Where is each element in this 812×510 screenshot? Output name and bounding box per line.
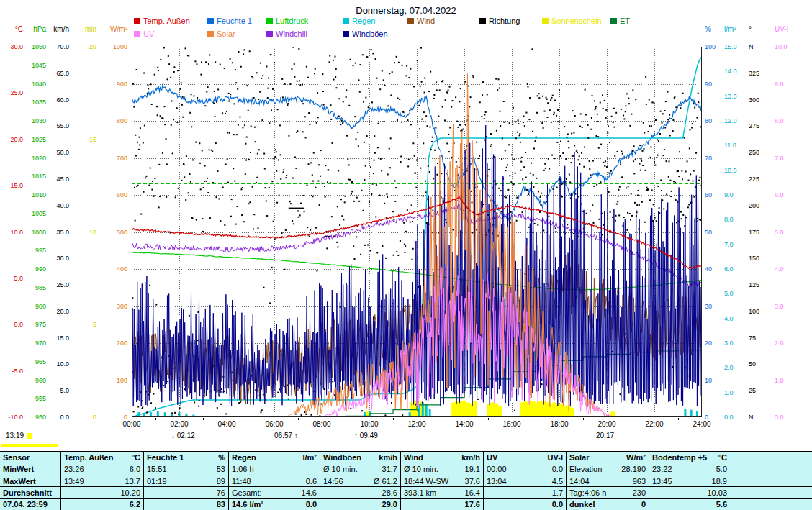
table-cell-left: 14.6 l/m² bbox=[232, 500, 263, 509]
page-title: Donnerstag, 07.04.2022 bbox=[0, 5, 812, 16]
axis-unit-sunshine-axis: min bbox=[76, 26, 96, 33]
rain-axis-tick: 0.0 bbox=[724, 414, 746, 421]
humidity-axis-tick: 20 bbox=[705, 340, 722, 347]
axis-unit-humidity-axis: % bbox=[705, 26, 722, 33]
table-cell-content: 0.0 bbox=[487, 500, 563, 509]
legend-label: Richtung bbox=[489, 17, 520, 25]
table-cell-left: Elevation bbox=[569, 465, 602, 473]
table-cell-value: km/h bbox=[461, 453, 480, 462]
table-cell: 1:06 h bbox=[229, 463, 320, 474]
legend-item-solar: Solar bbox=[207, 30, 235, 38]
table-cell: 17.6 bbox=[401, 499, 484, 510]
table-cell-content: Windböenkm/h bbox=[323, 453, 397, 462]
windspeed-axis-tick: 0.0 bbox=[49, 414, 69, 421]
table-cell-content: Temp. Außen°C bbox=[64, 453, 140, 462]
solar-axis-tick: 700 bbox=[101, 155, 127, 162]
table-row-durchschnitt: Durchschnitt10.2076Gesamt:14.628.6393.1 … bbox=[0, 487, 812, 498]
rain-axis-tick: 1.0 bbox=[724, 390, 746, 396]
table-cell: Bodentemp +5°C bbox=[649, 452, 812, 463]
axis-unit-solar-axis: W/m² bbox=[101, 26, 127, 33]
windspeed-axis-tick: 30.0 bbox=[49, 255, 69, 262]
rain-axis-tick: 15.0 bbox=[724, 44, 746, 50]
table-cell-content: 5.6 bbox=[652, 500, 727, 509]
legend-item-windb-en: Windböen bbox=[343, 30, 388, 38]
legend-label: Sonnenschein bbox=[551, 17, 602, 25]
temp-axis-tick: 0.0 bbox=[1, 322, 23, 328]
table-cell-value: 17.6 bbox=[465, 500, 480, 509]
x-axis-label: 08:00 bbox=[312, 420, 330, 428]
pressure-axis-tick: 965 bbox=[26, 359, 46, 365]
table-cell: 0.0 bbox=[484, 499, 567, 510]
table-cell-content: 17.6 bbox=[404, 500, 480, 509]
table-cell: SolarW/m² bbox=[567, 452, 649, 463]
sunshine-axis-tick: 5 bbox=[76, 322, 96, 328]
table-cell-left: Solar bbox=[569, 453, 590, 462]
table-cell: 29.0 bbox=[320, 499, 401, 510]
humidity-axis-tick: 50 bbox=[705, 229, 722, 236]
windspeed-axis-tick: 15.0 bbox=[49, 335, 69, 342]
table-cell-content: 15:5153 bbox=[147, 465, 225, 473]
table-cell-content: 00:000.0 bbox=[487, 465, 563, 473]
table-cell-content: SolarW/m² bbox=[569, 453, 646, 462]
table-cell-value: 0.6 bbox=[306, 477, 317, 486]
pressure-axis-tick: 1020 bbox=[26, 155, 46, 162]
table-row-sensor: SensorTemp. Außen°CFeuchte 1%Regenl/m²Wi… bbox=[0, 452, 812, 463]
table-cell-left: 13:45 bbox=[652, 477, 672, 486]
table-cell-left: 1:06 h bbox=[232, 465, 254, 473]
legend-label: Windchill bbox=[276, 30, 307, 38]
solar-axis-tick: 400 bbox=[101, 266, 127, 273]
table-cell-value: 0 bbox=[641, 500, 646, 509]
humidity-axis-tick: 90 bbox=[705, 81, 722, 88]
legend-swatch bbox=[134, 31, 140, 37]
rain-axis-tick: 10.0 bbox=[724, 168, 746, 174]
legend-swatch bbox=[207, 18, 214, 24]
x-axis-tick bbox=[631, 418, 631, 420]
direction-axis-tick: 150 bbox=[749, 255, 769, 262]
table-cell-content: 29.0 bbox=[323, 500, 397, 509]
time-label-text: 13:19 bbox=[6, 432, 24, 440]
temp-axis-tick: -10.0 bbox=[1, 414, 23, 421]
humidity-axis-tick: 70 bbox=[705, 155, 722, 162]
x-axis-tick bbox=[155, 418, 156, 420]
table-cell-content: 01:1989 bbox=[147, 477, 225, 486]
table-cell-value: 4.5 bbox=[552, 477, 563, 486]
table-row-label: Durchschnitt bbox=[0, 487, 61, 498]
table-cell: 393.1 km16.4 bbox=[401, 487, 484, 498]
temp-axis-tick: 25.0 bbox=[1, 90, 23, 96]
table-cell-left: Ø 10 min. bbox=[323, 465, 358, 473]
table-cell-value: 0.0 bbox=[306, 500, 317, 509]
x-axis-label: 02:00 bbox=[170, 420, 188, 428]
table-cell-left: 393.1 km bbox=[404, 488, 436, 497]
table-cell-value: 1.7 bbox=[552, 488, 563, 497]
pressure-axis-tick: 1045 bbox=[26, 63, 46, 69]
legend-label: Temp. Außen bbox=[143, 17, 190, 25]
legend-swatch bbox=[266, 31, 273, 37]
table-cell: Elevation-28.190 bbox=[567, 463, 649, 474]
x-axis-tick bbox=[488, 418, 489, 420]
table-cell-left: 00:00 bbox=[487, 465, 507, 473]
solar-axis-tick: 800 bbox=[101, 118, 127, 124]
table-cell-left: 01:19 bbox=[147, 477, 167, 486]
table-cell-value: 76 bbox=[217, 488, 225, 497]
table-cell-content: 76 bbox=[147, 488, 225, 497]
humidity-axis-tick: 80 bbox=[705, 118, 722, 124]
pressure-axis-tick: 975 bbox=[26, 322, 46, 328]
x-axis-label: 16:00 bbox=[502, 420, 520, 428]
uv-axis-tick: 10.0 bbox=[775, 44, 798, 50]
sunshine-axis-tick: 20 bbox=[76, 44, 96, 50]
weather-chart-canvas[interactable] bbox=[132, 47, 702, 417]
pressure-axis-tick: 1000 bbox=[26, 229, 46, 236]
table-cell: 10.03 bbox=[649, 487, 812, 498]
time-label: 13:19 bbox=[6, 432, 32, 440]
solar-axis-tick: 500 bbox=[101, 229, 127, 236]
table-cell: 15:5153 bbox=[144, 463, 229, 474]
solar-axis-tick: 1000 bbox=[101, 44, 127, 50]
rain-axis-tick: 6.0 bbox=[724, 266, 746, 273]
axis-unit-temp-axis: °C bbox=[1, 26, 23, 33]
uv-axis-tick: 0.0 bbox=[775, 414, 798, 421]
windspeed-axis-tick: 10.0 bbox=[49, 361, 69, 368]
pressure-axis-tick: 1035 bbox=[26, 99, 46, 106]
table-cell: 18:44 W-SW37.6 bbox=[401, 475, 484, 486]
legend-swatch bbox=[407, 18, 414, 24]
pressure-axis-tick: 995 bbox=[26, 247, 46, 254]
